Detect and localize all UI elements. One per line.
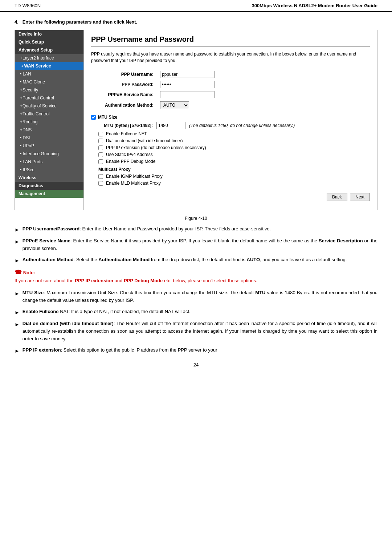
pppoe-service-row: PPPoE Service Name: <box>92 90 369 99</box>
more-bullet-4: ► PPP IP extension: Select this option t… <box>15 346 377 355</box>
sidebar-item-advanced-setup[interactable]: Advanced Setup <box>15 46 83 54</box>
guide-title: 300Mbps Wireless N ADSL2+ Modem Router U… <box>252 3 377 8</box>
enable-igmp-checkbox[interactable] <box>98 174 103 179</box>
mtu-size-checkbox-row: MTU Size <box>91 115 370 120</box>
ppp-username-input[interactable] <box>160 71 215 78</box>
sidebar-item-lan[interactable]: • LAN <box>15 70 83 78</box>
use-static-ipv4-label: Use Static IPv4 Address <box>106 152 153 157</box>
form-buttons: Back Next <box>91 193 370 205</box>
enable-igmp-row: Enable IGMP Multicast Proxy <box>98 174 370 179</box>
sidebar-item-device-info[interactable]: Device Info <box>15 30 83 38</box>
ppp-form: PPP Username: PPP Password: PPPoE Servic… <box>91 69 370 111</box>
sidebar-item-upnp[interactable]: • UPnP <box>15 142 83 150</box>
mtu-input[interactable] <box>156 122 185 129</box>
bullet-arrow-1: ► <box>15 226 20 234</box>
more-bullet-text-2: Enable Fullcone NAT: It is a type of NAT… <box>23 308 377 316</box>
ppp-debug-mode-label: Enable PPP Debug Mode <box>106 159 156 164</box>
more-bullet-arrow-3: ► <box>15 320 20 342</box>
ppp-debug-mode-checkbox[interactable] <box>98 159 103 164</box>
step-link: Next <box>126 19 136 25</box>
mtu-field-label: MTU (bytes) [576-1492]: <box>91 123 156 128</box>
ppp-password-label: PPP Password: <box>92 80 157 89</box>
sidebar-item-management[interactable]: Management <box>15 190 83 198</box>
enable-igmp-label: Enable IGMP Multicast Proxy <box>106 174 163 179</box>
sidebar-item-dns[interactable]: +DNS <box>15 126 83 134</box>
sidebar-item-layer2[interactable]: +Layer2 Interface <box>15 54 83 62</box>
back-button[interactable]: Back <box>327 193 347 201</box>
figure-caption: Figure 4-10 <box>15 216 377 221</box>
pppoe-service-input[interactable] <box>160 91 215 98</box>
dial-on-demand-row: Dial on demand (with idle timeout timer) <box>98 138 370 143</box>
next-button[interactable]: Next <box>350 193 370 201</box>
bullet-item-2: ► PPPoE Service Name: Enter the Service … <box>15 237 377 253</box>
enable-fullcone-nat-checkbox[interactable] <box>98 132 103 136</box>
right-panel: PPP Username and Password PPP usually re… <box>84 30 377 210</box>
note-text: If you are not sure about the PPP IP ext… <box>15 277 377 285</box>
pppoe-service-label: PPPoE Service Name: <box>92 90 157 99</box>
note-label: ☎ Note: <box>15 269 377 276</box>
ppp-password-input[interactable] <box>160 81 215 88</box>
sidebar-item-wireless[interactable]: Wireless <box>15 174 83 182</box>
sidebar-item-security[interactable]: +Security <box>15 86 83 94</box>
mtu-size-label: MTU Size <box>98 115 117 120</box>
enable-mld-label: Enable MLD Multicast Proxy <box>106 181 161 186</box>
auth-method-label: Authentication Method: <box>92 100 157 110</box>
sidebar-item-diagnostics[interactable]: Diagnostics <box>15 182 83 190</box>
bullet-item-3: ► Authentication Method: Select the Auth… <box>15 256 377 264</box>
use-static-ipv4-row: Use Static IPv4 Address <box>98 152 370 157</box>
more-bullet-text-1: MTU Size: Maximum Transmission Unit Size… <box>23 289 377 304</box>
bullet-text-3: Authentication Method: Select the Authen… <box>23 256 377 264</box>
step-instruction: 4. Enter the following parameters and th… <box>15 19 377 25</box>
sidebar-item-parental-control[interactable]: +Parental Control <box>15 94 83 102</box>
ppp-ip-extension-checkbox[interactable] <box>98 145 103 150</box>
ppp-ip-extension-row: PPP IP extension (do not choose unless n… <box>98 145 370 150</box>
dial-on-demand-checkbox[interactable] <box>98 139 103 143</box>
auth-method-select[interactable]: AUTO PAP CHAP MS-CHAP <box>160 101 189 109</box>
ppp-password-row: PPP Password: <box>92 80 369 89</box>
sidebar-item-qos[interactable]: +Quality of Service <box>15 102 83 110</box>
bullet-item-1: ► PPP Username/Password: Enter the User … <box>15 225 377 234</box>
more-bullet-arrow-4: ► <box>15 347 20 355</box>
panel-divider <box>91 46 370 46</box>
panel-description: PPP usually requires that you have a use… <box>91 51 370 64</box>
model-label: TD-W8960N <box>15 3 41 8</box>
multicast-header: Multicast Proxy <box>98 167 370 172</box>
sidebar-item-ipsec[interactable]: • IPSec <box>15 166 83 174</box>
more-bullet-arrow-2: ► <box>15 308 20 316</box>
more-bullet-1: ► MTU Size: Maximum Transmission Unit Si… <box>15 289 377 304</box>
sidebar-item-traffic-control[interactable]: +Traffic Control <box>15 110 83 118</box>
enable-fullcone-nat-label: Enable Fullcone NAT <box>106 131 147 136</box>
sidebar-item-interface-grouping[interactable]: • Interface Grouping <box>15 150 83 158</box>
bullet-arrow-3: ► <box>15 257 20 264</box>
bullet-text-1: PPP Username/Password: Enter the User Na… <box>23 225 377 234</box>
more-bullets: ► MTU Size: Maximum Transmission Unit Si… <box>15 289 377 355</box>
page-header: TD-W8960N 300Mbps Wireless N ADSL2+ Mode… <box>0 0 392 12</box>
note-phone-icon: ☎ <box>15 269 22 275</box>
mtu-size-checkbox[interactable] <box>91 115 96 120</box>
bullet-section: ► PPP Username/Password: Enter the User … <box>15 225 377 264</box>
dial-on-demand-label: Dial on demand (with idle timeout timer) <box>106 138 183 143</box>
use-static-ipv4-checkbox[interactable] <box>98 152 103 157</box>
sidebar-item-routing[interactable]: +Routing <box>15 118 83 126</box>
sidebar-item-wan-service[interactable]: • WAN Service <box>15 62 83 70</box>
step-number: 4. <box>15 19 19 25</box>
page-number: 24 <box>15 362 377 368</box>
ppp-username-label: PPP Username: <box>92 70 157 79</box>
sidebar-item-dsl[interactable]: • DSL <box>15 134 83 142</box>
enable-mld-checkbox[interactable] <box>98 181 103 186</box>
router-ui-layout: Device Info Quick Setup Advanced Setup +… <box>15 30 377 210</box>
enable-mld-row: Enable MLD Multicast Proxy <box>98 181 370 186</box>
sidebar-item-quick-setup[interactable]: Quick Setup <box>15 38 83 46</box>
auth-method-row: Authentication Method: AUTO PAP CHAP MS-… <box>92 100 369 110</box>
bullet-text-2: PPPoE Service Name: Enter the Service Na… <box>23 237 377 253</box>
more-bullet-text-3: Dial on demand (with idle timeout timer)… <box>23 320 377 342</box>
more-bullet-text-4: PPP IP extension: Select this option to … <box>23 346 377 355</box>
sidebar-item-lan-ports[interactable]: • LAN Ports <box>15 158 83 166</box>
sidebar: Device Info Quick Setup Advanced Setup +… <box>15 30 84 210</box>
ppp-ip-extension-label: PPP IP extension (do not choose unless n… <box>106 145 206 150</box>
mtu-value-row: MTU (bytes) [576-1492]: (The default is … <box>91 122 370 129</box>
sidebar-item-mac-clone[interactable]: • MAC Clone <box>15 78 83 86</box>
ppp-debug-mode-row: Enable PPP Debug Mode <box>98 159 370 164</box>
bullet-arrow-2: ► <box>15 238 20 253</box>
more-bullet-arrow-1: ► <box>15 290 20 304</box>
